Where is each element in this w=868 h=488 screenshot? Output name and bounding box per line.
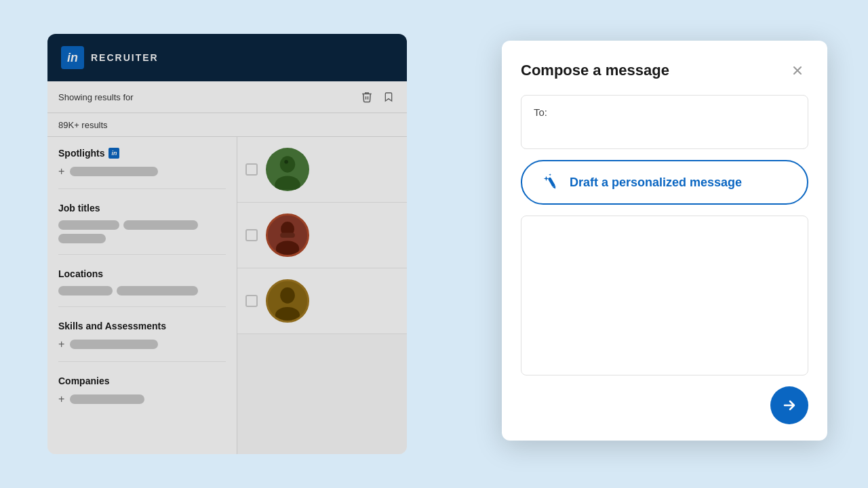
avatar-3	[266, 279, 309, 323]
table-row	[237, 203, 407, 268]
filter-panel: Spotlights in + Job titles	[47, 137, 237, 454]
app-header: in RECRUITER	[47, 34, 407, 81]
toolbar-icons	[359, 89, 396, 104]
bookmark-icon[interactable]	[381, 89, 396, 104]
filter-spotlights: Spotlights in +	[58, 148, 226, 189]
job-titles-tags	[58, 220, 226, 230]
svg-rect-13	[548, 177, 556, 187]
draft-button-label: Draft a personalized message	[570, 176, 742, 190]
avatar-2	[266, 214, 309, 257]
recruiter-panel: in RECRUITER Showing results for 89	[47, 34, 407, 454]
draft-personalized-button[interactable]: Draft a personalized message	[521, 160, 808, 205]
avatar-1	[266, 148, 309, 191]
main-container: in RECRUITER Showing results for 89	[47, 34, 821, 454]
tag-1	[58, 220, 119, 230]
filter-skills: Skills and Assessments +	[58, 321, 226, 362]
modal-header: Compose a message	[521, 60, 808, 81]
spotlights-title: Spotlights in	[58, 148, 226, 159]
toolbar: Showing results for	[47, 81, 407, 113]
job-titles-title: Job titles	[58, 203, 226, 214]
showing-label: Showing results for	[58, 92, 134, 102]
close-button[interactable]	[787, 60, 808, 81]
checkbox-3[interactable]	[245, 295, 258, 307]
companies-placeholder	[70, 394, 144, 404]
modal-title: Compose a message	[521, 62, 669, 79]
svg-point-9	[280, 287, 295, 304]
checkbox-1[interactable]	[245, 163, 258, 176]
to-label: To:	[534, 106, 547, 118]
tag-3	[58, 234, 106, 243]
filter-job-titles: Job titles	[58, 203, 226, 255]
companies-add-row: +	[58, 393, 226, 405]
svg-point-3	[284, 160, 288, 164]
placeholder-tag	[70, 167, 158, 176]
filter-companies: Companies +	[58, 375, 226, 416]
loc-tag-1	[58, 286, 113, 296]
locations-title: Locations	[58, 268, 226, 279]
skills-placeholder	[70, 340, 158, 349]
spotlights-add-row: +	[58, 165, 226, 178]
linkedin-logo: in	[61, 46, 84, 69]
checkbox-2[interactable]	[245, 229, 258, 241]
filter-locations: Locations	[58, 268, 226, 307]
skills-add-row: +	[58, 338, 226, 350]
sparkle-pen-icon	[541, 172, 561, 192]
send-button[interactable]	[770, 386, 808, 424]
companies-title: Companies	[58, 375, 226, 386]
to-field-box[interactable]: To:	[521, 95, 808, 149]
modal-footer	[521, 386, 808, 424]
compose-modal: Compose a message To:	[502, 41, 827, 441]
skills-plus-icon[interactable]: +	[58, 338, 64, 350]
svg-point-1	[280, 156, 296, 172]
locations-tags	[58, 286, 226, 296]
plus-icon[interactable]: +	[58, 165, 64, 178]
delete-icon[interactable]	[359, 89, 374, 104]
results-count: 89K+ results	[58, 120, 108, 130]
table-row	[237, 137, 407, 203]
skills-title: Skills and Assessments	[58, 321, 226, 331]
table-row	[237, 268, 407, 334]
results-list	[237, 137, 407, 454]
sidebar-content: Spotlights in + Job titles	[47, 137, 407, 454]
linkedin-badge: in	[108, 148, 119, 159]
app-title: RECRUITER	[91, 52, 159, 63]
loc-tag-2	[117, 286, 198, 296]
companies-plus-icon[interactable]: +	[58, 393, 64, 405]
tag-2	[123, 220, 198, 230]
message-body[interactable]	[521, 216, 808, 375]
svg-rect-7	[280, 232, 295, 237]
